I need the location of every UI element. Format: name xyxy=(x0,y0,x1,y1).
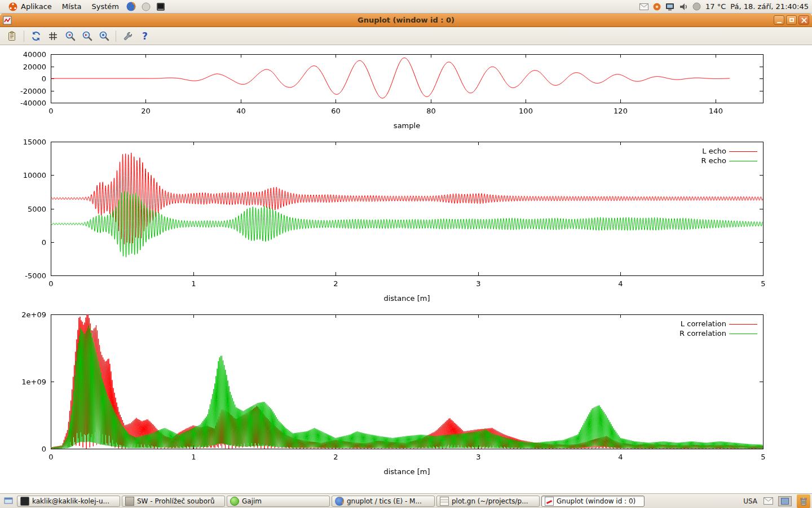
autoscale-button[interactable] xyxy=(96,29,111,43)
gnuplot-plots-canvas[interactable] xyxy=(0,45,812,493)
toggle-grid-button[interactable] xyxy=(46,29,60,43)
close-button[interactable] xyxy=(798,15,809,25)
temperature-indicator[interactable]: 17 °C xyxy=(705,2,726,11)
toolbar-separator xyxy=(116,30,116,42)
panel-menus: Aplikace Místa Systém xyxy=(3,1,167,12)
software-update-icon[interactable] xyxy=(653,3,661,11)
menu-applications-label: Aplikace xyxy=(21,2,52,11)
firefox-icon xyxy=(335,497,344,506)
help-button[interactable]: ? xyxy=(138,29,152,43)
zoom-next-icon xyxy=(82,30,92,41)
file-manager-icon xyxy=(125,497,134,506)
taskbar-tray: USA xyxy=(742,494,810,508)
minimize-icon xyxy=(777,22,782,23)
taskbar: kaklik@kaklik-kolej-u...SW - Prohlížeč s… xyxy=(0,493,812,508)
taskbar-item-label: SW - Prohlížeč souborů xyxy=(137,497,215,505)
workspace-switcher[interactable] xyxy=(778,496,792,506)
menu-system[interactable]: Systém xyxy=(87,1,123,12)
desktop-screen: Aplikace Místa Systém xyxy=(0,0,812,508)
workspace-thumbnail xyxy=(781,498,789,505)
taskbar-item[interactable]: Gnuplot (window id : 0) xyxy=(541,496,645,507)
show-desktop-icon xyxy=(4,497,13,505)
trash-icon xyxy=(800,497,807,506)
menu-places[interactable]: Místa xyxy=(58,1,86,12)
copy-to-clipboard-button[interactable] xyxy=(5,29,19,43)
clipboard-icon xyxy=(7,31,17,41)
taskbar-item[interactable]: gnuplot / tics (E) - M... xyxy=(332,496,435,507)
menu-system-label: Systém xyxy=(91,2,118,11)
refresh-icon xyxy=(31,31,41,41)
taskbar-item[interactable]: plot.gn (~/projects/p... xyxy=(436,496,540,507)
zoom-previous-button[interactable] xyxy=(63,29,77,43)
text-editor-icon xyxy=(440,497,449,506)
gnuplot-toolbar: ? xyxy=(0,27,812,45)
volume-icon[interactable] xyxy=(679,3,688,11)
help-launcher[interactable] xyxy=(139,2,153,11)
window-controls xyxy=(774,15,809,25)
gajim-icon xyxy=(230,497,239,506)
gnuplot-window-icon xyxy=(3,16,12,25)
terminal-icon xyxy=(20,497,29,506)
replot-button[interactable] xyxy=(29,29,43,43)
taskbar-item-label: plot.gn (~/projects/p... xyxy=(452,497,528,505)
zoom-previous-icon xyxy=(65,30,76,41)
taskbar-item-label: Gajim xyxy=(242,497,262,505)
taskbar-item-label: gnuplot / tics (E) - M... xyxy=(347,497,422,505)
panel-tray: 17 °C Pá, 18. září, 21:40:45 xyxy=(639,2,809,11)
clock[interactable]: Pá, 18. září, 21:40:45 xyxy=(730,2,809,11)
trash-applet[interactable] xyxy=(797,494,810,508)
weather-icon[interactable] xyxy=(692,2,701,11)
maximize-button[interactable] xyxy=(786,15,797,25)
taskbar-item[interactable]: SW - Prohlížeč souborů xyxy=(122,496,225,507)
help-icon: ? xyxy=(142,30,148,42)
taskbar-item-label: kaklik@kaklik-kolej-u... xyxy=(32,497,109,505)
plot-area xyxy=(0,45,812,493)
taskbar-item[interactable]: kaklik@kaklik-kolej-u... xyxy=(17,496,120,507)
close-icon xyxy=(801,17,807,23)
show-desktop-button[interactable] xyxy=(2,496,15,507)
window-title: Gnuplot (window id : 0) xyxy=(0,16,812,24)
firefox-launcher[interactable] xyxy=(125,2,138,11)
maximize-icon xyxy=(789,18,794,22)
mail-notification-icon[interactable] xyxy=(639,3,648,10)
wrench-icon xyxy=(123,31,133,41)
keyboard-layout-indicator[interactable]: USA xyxy=(742,497,758,505)
configure-button[interactable] xyxy=(121,29,135,43)
top-panel: Aplikace Místa Systém xyxy=(0,0,812,14)
minimize-button[interactable] xyxy=(774,15,784,25)
menu-places-label: Místa xyxy=(62,2,82,11)
grid-icon xyxy=(48,31,58,41)
gnuplot-window: Gnuplot (window id : 0) xyxy=(0,14,812,493)
taskbar-item[interactable]: Gajim xyxy=(227,496,330,507)
titlebar[interactable]: Gnuplot (window id : 0) xyxy=(0,14,812,27)
toolbar-separator xyxy=(24,30,24,42)
taskbar-item-label: Gnuplot (window id : 0) xyxy=(557,497,636,505)
display-settings-icon[interactable] xyxy=(665,3,674,11)
autoscale-icon xyxy=(99,30,109,41)
zoom-next-button[interactable] xyxy=(80,29,94,43)
menu-applications[interactable]: Aplikace xyxy=(3,1,56,12)
terminal-launcher[interactable] xyxy=(154,2,167,11)
ubuntu-logo-icon xyxy=(8,2,18,11)
mail-icon[interactable] xyxy=(764,497,773,505)
taskbar-items: kaklik@kaklik-kolej-u...SW - Prohlížeč s… xyxy=(17,496,645,507)
gnuplot-icon xyxy=(545,497,554,506)
